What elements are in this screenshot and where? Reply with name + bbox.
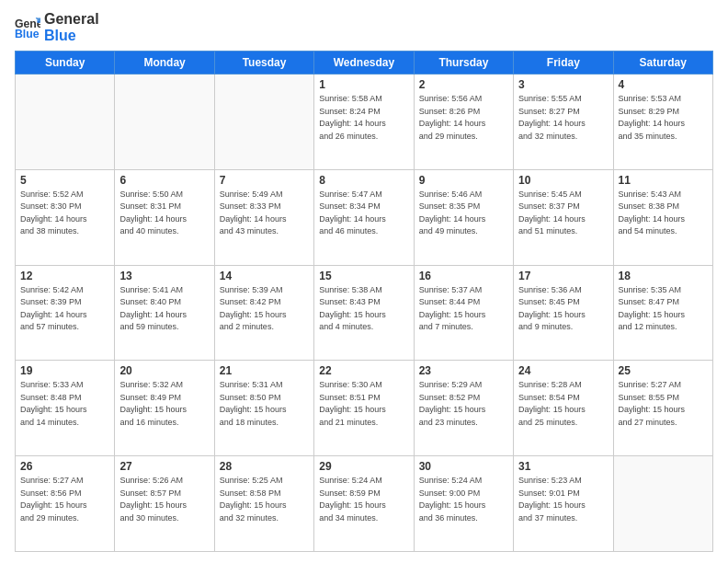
calendar-cell: 9Sunrise: 5:46 AM Sunset: 8:35 PM Daylig… bbox=[414, 169, 513, 265]
calendar-cell: 27Sunrise: 5:26 AM Sunset: 8:57 PM Dayli… bbox=[115, 456, 214, 552]
weekday-header-thursday: Thursday bbox=[414, 52, 513, 75]
day-info: Sunrise: 5:27 AM Sunset: 8:56 PM Dayligh… bbox=[20, 475, 109, 524]
day-number: 22 bbox=[319, 364, 408, 377]
weekday-header-saturday: Saturday bbox=[613, 52, 712, 75]
day-info: Sunrise: 5:24 AM Sunset: 8:59 PM Dayligh… bbox=[319, 475, 408, 524]
calendar-cell: 22Sunrise: 5:30 AM Sunset: 8:51 PM Dayli… bbox=[314, 361, 414, 456]
day-info: Sunrise: 5:42 AM Sunset: 8:39 PM Dayligh… bbox=[20, 284, 109, 334]
day-number: 6 bbox=[119, 174, 209, 187]
day-number: 20 bbox=[119, 364, 209, 377]
day-info: Sunrise: 5:27 AM Sunset: 8:55 PM Dayligh… bbox=[619, 379, 708, 429]
day-number: 7 bbox=[220, 174, 309, 187]
calendar-cell: 31Sunrise: 5:23 AM Sunset: 9:01 PM Dayli… bbox=[514, 456, 613, 552]
day-number: 14 bbox=[220, 270, 309, 282]
day-info: Sunrise: 5:31 AM Sunset: 8:50 PM Dayligh… bbox=[220, 379, 309, 429]
calendar-cell: 19Sunrise: 5:33 AM Sunset: 8:48 PM Dayli… bbox=[16, 361, 115, 456]
day-number: 11 bbox=[619, 174, 708, 187]
day-number: 3 bbox=[518, 78, 608, 91]
weekday-header-row: SundayMondayTuesdayWednesdayThursdayFrid… bbox=[16, 52, 713, 75]
day-info: Sunrise: 5:38 AM Sunset: 8:43 PM Dayligh… bbox=[319, 284, 408, 334]
calendar-cell: 11Sunrise: 5:43 AM Sunset: 8:38 PM Dayli… bbox=[613, 169, 712, 265]
calendar-cell: 23Sunrise: 5:29 AM Sunset: 8:52 PM Dayli… bbox=[414, 361, 513, 456]
weekday-header-tuesday: Tuesday bbox=[214, 52, 313, 75]
calendar-cell: 25Sunrise: 5:27 AM Sunset: 8:55 PM Dayli… bbox=[613, 361, 712, 456]
calendar-cell: 21Sunrise: 5:31 AM Sunset: 8:50 PM Dayli… bbox=[214, 361, 313, 456]
day-number: 13 bbox=[119, 270, 209, 282]
day-number: 26 bbox=[20, 460, 109, 473]
calendar-cell: 17Sunrise: 5:36 AM Sunset: 8:45 PM Dayli… bbox=[514, 265, 613, 361]
calendar-cell bbox=[613, 456, 712, 552]
day-info: Sunrise: 5:36 AM Sunset: 8:45 PM Dayligh… bbox=[518, 284, 608, 334]
weekday-header-monday: Monday bbox=[115, 52, 214, 75]
day-number: 2 bbox=[419, 78, 508, 91]
day-number: 10 bbox=[518, 174, 608, 187]
calendar-cell bbox=[214, 75, 313, 170]
weekday-header-wednesday: Wednesday bbox=[314, 52, 414, 75]
header: General Blue General Blue bbox=[15, 11, 713, 43]
day-number: 5 bbox=[20, 174, 109, 187]
day-number: 31 bbox=[518, 460, 608, 473]
day-info: Sunrise: 5:28 AM Sunset: 8:54 PM Dayligh… bbox=[518, 379, 608, 429]
day-number: 28 bbox=[220, 460, 309, 473]
day-number: 8 bbox=[319, 174, 408, 187]
svg-text:Blue: Blue bbox=[15, 27, 40, 40]
day-info: Sunrise: 5:43 AM Sunset: 8:38 PM Dayligh… bbox=[619, 189, 708, 238]
calendar-cell: 3Sunrise: 5:55 AM Sunset: 8:27 PM Daylig… bbox=[514, 75, 613, 170]
day-number: 4 bbox=[619, 78, 708, 91]
calendar-cell: 16Sunrise: 5:37 AM Sunset: 8:44 PM Dayli… bbox=[414, 265, 513, 361]
day-info: Sunrise: 5:56 AM Sunset: 8:26 PM Dayligh… bbox=[419, 93, 508, 143]
calendar-cell: 12Sunrise: 5:42 AM Sunset: 8:39 PM Dayli… bbox=[16, 265, 115, 361]
week-row-5: 26Sunrise: 5:27 AM Sunset: 8:56 PM Dayli… bbox=[16, 456, 713, 552]
day-info: Sunrise: 5:26 AM Sunset: 8:57 PM Dayligh… bbox=[119, 475, 209, 524]
day-number: 23 bbox=[419, 364, 508, 377]
day-info: Sunrise: 5:46 AM Sunset: 8:35 PM Dayligh… bbox=[419, 189, 508, 238]
day-number: 17 bbox=[518, 270, 608, 282]
calendar-cell: 15Sunrise: 5:38 AM Sunset: 8:43 PM Dayli… bbox=[314, 265, 414, 361]
day-info: Sunrise: 5:24 AM Sunset: 9:00 PM Dayligh… bbox=[419, 475, 508, 524]
week-row-3: 12Sunrise: 5:42 AM Sunset: 8:39 PM Dayli… bbox=[16, 265, 713, 361]
calendar-cell: 6Sunrise: 5:50 AM Sunset: 8:31 PM Daylig… bbox=[115, 169, 214, 265]
day-info: Sunrise: 5:32 AM Sunset: 8:49 PM Dayligh… bbox=[119, 379, 209, 429]
day-info: Sunrise: 5:37 AM Sunset: 8:44 PM Dayligh… bbox=[419, 284, 508, 334]
day-info: Sunrise: 5:41 AM Sunset: 8:40 PM Dayligh… bbox=[119, 284, 209, 334]
day-info: Sunrise: 5:35 AM Sunset: 8:47 PM Dayligh… bbox=[619, 284, 708, 334]
day-number: 24 bbox=[518, 364, 608, 377]
logo-blue: Blue bbox=[44, 28, 99, 44]
day-info: Sunrise: 5:50 AM Sunset: 8:31 PM Dayligh… bbox=[119, 189, 209, 238]
day-info: Sunrise: 5:23 AM Sunset: 9:01 PM Dayligh… bbox=[518, 475, 608, 524]
calendar-cell: 7Sunrise: 5:49 AM Sunset: 8:33 PM Daylig… bbox=[214, 169, 313, 265]
calendar-cell: 8Sunrise: 5:47 AM Sunset: 8:34 PM Daylig… bbox=[314, 169, 414, 265]
day-info: Sunrise: 5:39 AM Sunset: 8:42 PM Dayligh… bbox=[220, 284, 309, 334]
day-info: Sunrise: 5:52 AM Sunset: 8:30 PM Dayligh… bbox=[20, 189, 109, 238]
calendar-cell: 20Sunrise: 5:32 AM Sunset: 8:49 PM Dayli… bbox=[115, 361, 214, 456]
day-number: 21 bbox=[220, 364, 309, 377]
day-info: Sunrise: 5:29 AM Sunset: 8:52 PM Dayligh… bbox=[419, 379, 508, 429]
week-row-1: 1Sunrise: 5:58 AM Sunset: 8:24 PM Daylig… bbox=[16, 75, 713, 170]
calendar-cell: 1Sunrise: 5:58 AM Sunset: 8:24 PM Daylig… bbox=[314, 75, 414, 170]
day-number: 1 bbox=[319, 78, 408, 91]
day-info: Sunrise: 5:53 AM Sunset: 8:29 PM Dayligh… bbox=[619, 93, 708, 143]
day-number: 27 bbox=[119, 460, 209, 473]
calendar-cell bbox=[115, 75, 214, 170]
day-number: 12 bbox=[20, 270, 109, 282]
calendar-cell bbox=[16, 75, 115, 170]
calendar-table: SundayMondayTuesdayWednesdayThursdayFrid… bbox=[15, 51, 713, 552]
calendar-cell: 10Sunrise: 5:45 AM Sunset: 8:37 PM Dayli… bbox=[514, 169, 613, 265]
day-info: Sunrise: 5:49 AM Sunset: 8:33 PM Dayligh… bbox=[220, 189, 309, 238]
calendar-cell: 30Sunrise: 5:24 AM Sunset: 9:00 PM Dayli… bbox=[414, 456, 513, 552]
calendar-cell: 26Sunrise: 5:27 AM Sunset: 8:56 PM Dayli… bbox=[16, 456, 115, 552]
day-number: 19 bbox=[20, 364, 109, 377]
day-number: 16 bbox=[419, 270, 508, 282]
calendar-cell: 29Sunrise: 5:24 AM Sunset: 8:59 PM Dayli… bbox=[314, 456, 414, 552]
week-row-4: 19Sunrise: 5:33 AM Sunset: 8:48 PM Dayli… bbox=[16, 361, 713, 456]
day-info: Sunrise: 5:55 AM Sunset: 8:27 PM Dayligh… bbox=[518, 93, 608, 143]
page: General Blue General Blue SundayMondayTu… bbox=[0, 0, 728, 563]
day-info: Sunrise: 5:45 AM Sunset: 8:37 PM Dayligh… bbox=[518, 189, 608, 238]
day-info: Sunrise: 5:33 AM Sunset: 8:48 PM Dayligh… bbox=[20, 379, 109, 429]
logo: General Blue General Blue bbox=[15, 11, 99, 43]
weekday-header-sunday: Sunday bbox=[16, 52, 115, 75]
day-number: 30 bbox=[419, 460, 508, 473]
calendar-cell: 28Sunrise: 5:25 AM Sunset: 8:58 PM Dayli… bbox=[214, 456, 313, 552]
week-row-2: 5Sunrise: 5:52 AM Sunset: 8:30 PM Daylig… bbox=[16, 169, 713, 265]
day-number: 25 bbox=[619, 364, 708, 377]
